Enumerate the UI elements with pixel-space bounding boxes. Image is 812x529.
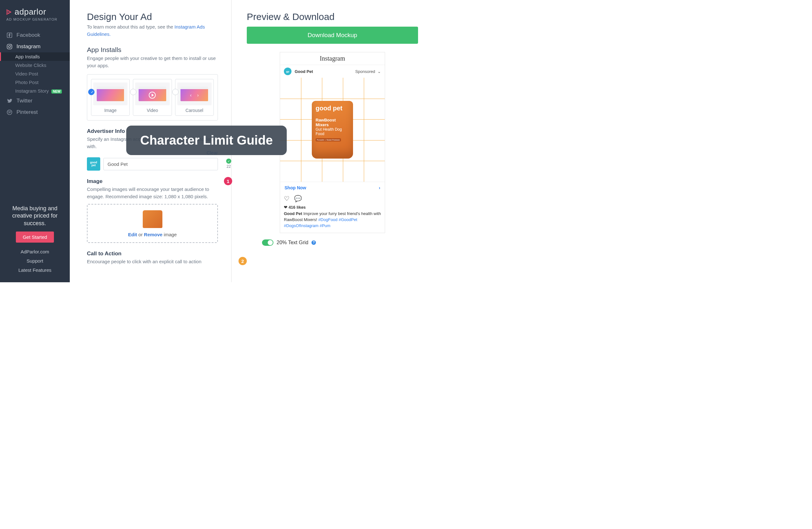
- ad-type-image[interactable]: Image: [91, 79, 130, 116]
- sponsored-label: Sponsored ⌄: [355, 69, 381, 74]
- text-grid-label: 20% Text Grid: [277, 240, 308, 246]
- instagram-icon: [6, 43, 13, 50]
- pinterest-icon: [6, 109, 13, 115]
- sidebar-item-pinterest[interactable]: Pinterest: [0, 106, 70, 118]
- sidebar-pitch: Media buying and creative priced for suc…: [5, 205, 65, 227]
- brand-block: adparlor AD MOCKUP GENERATOR: [0, 0, 70, 23]
- sidebar-sub-app-installs[interactable]: App Installs: [0, 52, 70, 61]
- char-counter: 22: [226, 159, 231, 169]
- caption-username: Good Pet: [284, 211, 302, 216]
- check-icon: [88, 89, 95, 95]
- ad-type-carousel[interactable]: ‹› Carousel: [175, 79, 214, 116]
- ad-type-carousel-label: Carousel: [177, 108, 212, 113]
- svg-point-4: [7, 110, 12, 115]
- brand-logo-icon: [6, 9, 12, 15]
- get-started-button[interactable]: Get Started: [16, 232, 54, 243]
- sidebar-sub-story-label: Instagram Story: [15, 88, 49, 93]
- ad-type-picker: Image Video ‹› Carousel: [87, 74, 218, 120]
- svg-point-2: [9, 46, 11, 48]
- uploaded-image-thumb: [143, 210, 162, 228]
- sidebar-sub-website-clicks[interactable]: Website Clicks: [0, 61, 70, 70]
- overlay-banner: Character Limit Guide: [126, 126, 287, 155]
- play-icon: [149, 92, 156, 99]
- ad-type-video[interactable]: Video: [133, 79, 172, 116]
- callout-badge-1: 1: [224, 177, 232, 185]
- sidebar-sub-instagram-story[interactable]: Instagram Story NEW: [0, 87, 70, 95]
- preview-cta-label: Shop Now: [285, 185, 306, 190]
- chevron-down-icon: ⌄: [377, 69, 381, 74]
- sidebar-sub-video-post[interactable]: Video Post: [0, 70, 70, 78]
- twitter-icon: [6, 98, 13, 104]
- design-intro: To learn more about this ad type, see th…: [87, 24, 218, 38]
- section-app-installs-sub: Engage people with your creative to get …: [87, 55, 218, 69]
- help-icon[interactable]: ?: [311, 240, 316, 245]
- new-badge: NEW: [52, 89, 62, 93]
- advertiser-avatar: goodpet: [87, 157, 100, 171]
- remove-image-link[interactable]: Remove: [144, 232, 162, 237]
- instagram-preview: Instagram gp Good Pet Sponsored ⌄ good p…: [280, 52, 385, 233]
- footer-link-support[interactable]: Support: [5, 256, 65, 265]
- preview-title: Preview & Download: [247, 11, 335, 22]
- callout-badge-2: 2: [238, 257, 247, 265]
- comment-icon[interactable]: 💬: [294, 195, 302, 202]
- facebook-icon: [6, 32, 13, 39]
- cta-sub: Encourage people to click with an explic…: [87, 258, 218, 265]
- ad-type-image-label: Image: [93, 108, 128, 113]
- image-heading: Image: [87, 178, 218, 185]
- char-count-value: 22: [226, 164, 231, 169]
- sidebar-footer: Media buying and creative priced for suc…: [0, 199, 70, 282]
- sidebar-label-instagram: Instagram: [16, 43, 41, 50]
- sidebar-item-instagram[interactable]: Instagram: [0, 41, 70, 52]
- design-title: Design Your Ad: [87, 11, 218, 22]
- account-name: Good Pet: [295, 69, 352, 74]
- sidebar-item-facebook[interactable]: Facebook: [0, 29, 70, 41]
- radio-icon: [172, 89, 178, 95]
- sidebar-label-pinterest: Pinterest: [16, 109, 38, 115]
- preview-cta-button[interactable]: Shop Now ›: [280, 182, 385, 193]
- footer-link-latest[interactable]: Latest Features: [5, 265, 65, 275]
- likes-count: ❤ 416 likes: [280, 205, 385, 211]
- dropzone-actions: Edit or Remove image: [91, 232, 214, 237]
- advertiser-input[interactable]: [103, 158, 218, 170]
- image-dropzone[interactable]: Edit or Remove image: [87, 204, 218, 243]
- svg-point-3: [11, 45, 11, 45]
- brand-name: adparlor: [15, 7, 46, 17]
- section-app-installs-title: App Installs: [87, 46, 218, 54]
- brand-subtitle: AD MOCKUP GENERATOR: [6, 17, 64, 21]
- sidebar-label-twitter: Twitter: [16, 98, 32, 104]
- account-avatar: gp: [284, 68, 291, 75]
- image-sub: Compelling images will encourage your ta…: [87, 186, 218, 200]
- footer-link-adparlor[interactable]: AdParlor.com: [5, 247, 65, 256]
- heart-icon[interactable]: ♡: [284, 195, 290, 202]
- download-mockup-button[interactable]: Download Mockup: [247, 27, 418, 44]
- design-intro-text: To learn more about this ad type, see th…: [87, 24, 174, 29]
- caption: Good Pet Improve your furry best friend'…: [280, 211, 385, 233]
- product-pouch: good pet RawBoost Mixers Gut Health Dog …: [312, 101, 353, 159]
- preview-image: good pet RawBoost Mixers Gut Health Dog …: [280, 78, 385, 182]
- sidebar-item-twitter[interactable]: Twitter: [0, 95, 70, 106]
- chevron-right-icon: ›: [379, 185, 380, 190]
- sidebar-label-facebook: Facebook: [16, 32, 40, 39]
- sidebar-sub-photo-post[interactable]: Photo Post: [0, 78, 70, 87]
- text-grid-toggle[interactable]: [262, 239, 273, 246]
- sidebar: adparlor AD MOCKUP GENERATOR Facebook In…: [0, 0, 70, 282]
- sidebar-nav: Facebook Instagram App Installs Website …: [0, 29, 70, 199]
- cta-heading: Call to Action: [87, 251, 218, 257]
- instagram-logo: Instagram: [280, 52, 385, 65]
- edit-image-link[interactable]: Edit: [128, 232, 137, 237]
- carousel-arrows-icon: ‹›: [190, 93, 199, 98]
- check-icon: [226, 159, 231, 164]
- ad-type-video-label: Video: [135, 108, 169, 113]
